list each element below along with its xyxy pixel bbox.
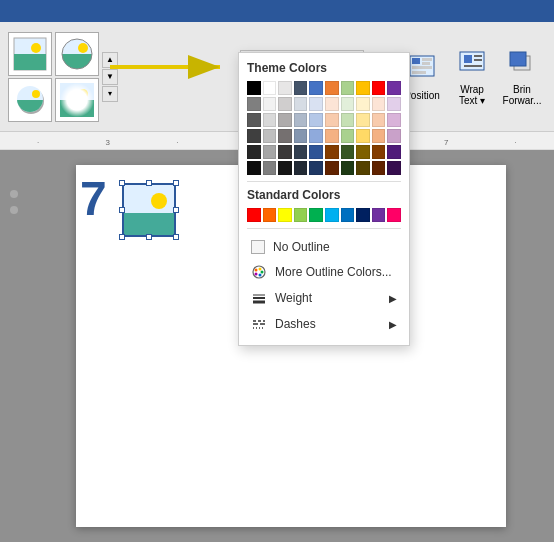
theme-color-4-8[interactable] <box>356 129 370 143</box>
theme-color-2-5[interactable] <box>309 97 323 111</box>
theme-color-1-9[interactable] <box>372 81 386 95</box>
theme-color-5-8[interactable] <box>356 145 370 159</box>
theme-color-row-5 <box>247 145 401 159</box>
page-number: 7 <box>80 175 107 223</box>
svg-point-41 <box>259 274 262 277</box>
theme-color-3-3[interactable] <box>278 113 292 127</box>
theme-color-5-10[interactable] <box>387 145 401 159</box>
theme-color-2-2[interactable] <box>263 97 277 111</box>
theme-color-3-2[interactable] <box>263 113 277 127</box>
theme-color-6-6[interactable] <box>325 161 339 175</box>
theme-color-4-4[interactable] <box>294 129 308 143</box>
theme-color-4-6[interactable] <box>325 129 339 143</box>
theme-color-4-5[interactable] <box>309 129 323 143</box>
theme-color-3-10[interactable] <box>387 113 401 127</box>
theme-color-6-5[interactable] <box>309 161 323 175</box>
theme-color-2-3[interactable] <box>278 97 292 111</box>
theme-color-2-8[interactable] <box>356 97 370 111</box>
theme-color-2-7[interactable] <box>341 97 355 111</box>
theme-color-4-9[interactable] <box>372 129 386 143</box>
standard-color-3[interactable] <box>278 208 292 222</box>
dashes-label: Dashes <box>275 317 316 331</box>
svg-rect-6 <box>61 54 93 70</box>
theme-color-6-3[interactable] <box>278 161 292 175</box>
handle-tl <box>119 180 125 186</box>
theme-color-2-1[interactable] <box>247 97 261 111</box>
standard-color-1[interactable] <box>247 208 261 222</box>
theme-color-6-8[interactable] <box>356 161 370 175</box>
theme-color-5-6[interactable] <box>325 145 339 159</box>
scroll-more-arrow[interactable]: ▾ <box>102 86 118 102</box>
theme-color-1-6[interactable] <box>325 81 339 95</box>
theme-color-1-5[interactable] <box>309 81 323 95</box>
picture-style-thumb-1[interactable] <box>8 32 52 76</box>
scroll-down-arrow[interactable]: ▼ <box>102 69 118 85</box>
theme-color-3-5[interactable] <box>309 113 323 127</box>
standard-color-2[interactable] <box>263 208 277 222</box>
theme-color-1-3[interactable] <box>278 81 292 95</box>
theme-color-row-1 <box>247 81 401 95</box>
theme-color-4-3[interactable] <box>278 129 292 143</box>
handle-lm <box>119 207 125 213</box>
theme-color-6-9[interactable] <box>372 161 386 175</box>
selected-image-container[interactable] <box>122 183 176 237</box>
theme-color-2-4[interactable] <box>294 97 308 111</box>
wrap-text-button[interactable]: WrapText ▾ <box>448 32 496 122</box>
theme-color-1-1[interactable] <box>247 81 261 95</box>
theme-color-5-9[interactable] <box>372 145 386 159</box>
theme-color-2-10[interactable] <box>387 97 401 111</box>
theme-color-1-7[interactable] <box>341 81 355 95</box>
picture-style-thumb-4[interactable] <box>55 78 99 122</box>
standard-color-5[interactable] <box>309 208 323 222</box>
theme-color-1-2[interactable] <box>263 81 277 95</box>
sidebar-dot-1 <box>10 190 18 198</box>
theme-color-5-1[interactable] <box>247 145 261 159</box>
scroll-up-arrow[interactable]: ▲ <box>102 52 118 68</box>
bring-forward-button[interactable]: BrinForwar... <box>498 32 546 122</box>
theme-color-6-4[interactable] <box>294 161 308 175</box>
theme-color-1-4[interactable] <box>294 81 308 95</box>
weight-item[interactable]: Weight ▶ <box>247 285 401 311</box>
theme-color-3-4[interactable] <box>294 113 308 127</box>
theme-color-6-1[interactable] <box>247 161 261 175</box>
weight-label: Weight <box>275 291 312 305</box>
dashes-item[interactable]: Dashes ▶ <box>247 311 401 337</box>
thumb-container <box>8 32 99 122</box>
picture-style-thumb-3[interactable] <box>8 78 52 122</box>
handle-rm <box>173 207 179 213</box>
theme-color-4-10[interactable] <box>387 129 401 143</box>
picture-style-thumb-2[interactable] <box>55 32 99 76</box>
theme-color-3-1[interactable] <box>247 113 261 127</box>
theme-color-5-7[interactable] <box>341 145 355 159</box>
theme-color-1-10[interactable] <box>387 81 401 95</box>
theme-color-6-2[interactable] <box>263 161 277 175</box>
theme-color-5-3[interactable] <box>278 145 292 159</box>
theme-color-3-7[interactable] <box>341 113 355 127</box>
standard-color-6[interactable] <box>325 208 339 222</box>
position-icon <box>408 54 436 86</box>
theme-color-2-9[interactable] <box>372 97 386 111</box>
theme-color-5-5[interactable] <box>309 145 323 159</box>
theme-color-3-9[interactable] <box>372 113 386 127</box>
theme-color-3-6[interactable] <box>325 113 339 127</box>
theme-color-2-6[interactable] <box>325 97 339 111</box>
more-colors-item[interactable]: More Outline Colors... <box>247 259 401 285</box>
standard-color-4[interactable] <box>294 208 308 222</box>
theme-color-1-8[interactable] <box>356 81 370 95</box>
no-outline-item[interactable]: No Outline <box>247 235 401 259</box>
theme-color-4-7[interactable] <box>341 129 355 143</box>
standard-color-8[interactable] <box>356 208 370 222</box>
theme-color-5-4[interactable] <box>294 145 308 159</box>
svg-point-38 <box>255 269 258 272</box>
standard-color-10[interactable] <box>387 208 401 222</box>
theme-color-4-1[interactable] <box>247 129 261 143</box>
theme-color-5-2[interactable] <box>263 145 277 159</box>
theme-color-3-8[interactable] <box>356 113 370 127</box>
theme-color-4-2[interactable] <box>263 129 277 143</box>
standard-color-9[interactable] <box>372 208 386 222</box>
theme-color-row-6 <box>247 161 401 175</box>
theme-color-6-7[interactable] <box>341 161 355 175</box>
theme-color-6-10[interactable] <box>387 161 401 175</box>
theme-color-row-3 <box>247 113 401 127</box>
standard-color-7[interactable] <box>341 208 355 222</box>
